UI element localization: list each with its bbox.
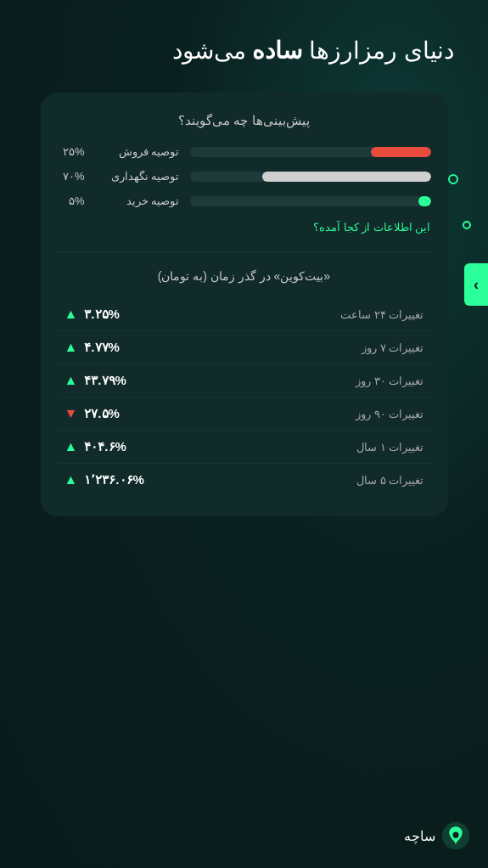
stats-value-container-7d: ۴.۷۷% ▲ xyxy=(65,340,120,355)
arrow-up-icon-7d: ▲ xyxy=(65,340,78,355)
hero-title: دنیای رمزارزها ساده می‌شود xyxy=(17,34,471,67)
stats-label-5y: تغییرات ۵ سال xyxy=(356,474,423,487)
bar-sell-fill xyxy=(371,147,431,157)
bitcoin-section: «بیت‌کوین» در گذر زمان (به تومان) تغییرا… xyxy=(58,269,431,496)
stats-row-1y: تغییرات ۱ سال ۴۰۴.۶% ▲ xyxy=(58,431,431,464)
arrow-up-icon-24h: ▲ xyxy=(65,307,78,322)
prediction-row-buy: توصیه خرید ۵% xyxy=(58,194,431,207)
stats-value-24h: ۳.۲۵% xyxy=(84,307,120,322)
stats-value-7d: ۴.۷۷% xyxy=(84,340,120,355)
arrow-up-icon-30d: ▲ xyxy=(65,373,78,388)
arrow-up-icon-5y: ▲ xyxy=(65,472,78,488)
bar-buy-fill xyxy=(418,196,430,206)
prediction-section: پیش‌بینی‌ها چه می‌گویند؟ توصیه فروش ۲۵% … xyxy=(58,113,431,234)
main-content: دنیای رمزارزها ساده می‌شود پیش‌بینی‌ها چ… xyxy=(0,0,488,868)
bar-sell-container xyxy=(190,147,431,157)
logo-text: ساچه xyxy=(404,828,435,844)
info-source-link[interactable]: این اطلاعات از کجا آمده؟ xyxy=(313,221,430,234)
logo-icon-svg xyxy=(440,820,471,851)
bar-hold-fill xyxy=(262,172,431,182)
stats-label-30d: تغییرات ۳۰ روز xyxy=(356,375,423,387)
hero-title-bold: ساده xyxy=(252,37,302,64)
stats-row-90d: تغییرات ۹۰ روز ۲۷.۵% ▼ xyxy=(58,397,431,431)
pred-label-sell: توصیه فروش xyxy=(95,145,180,158)
pred-label-buy: توصیه خرید xyxy=(95,194,180,207)
side-arrow-decoration: › xyxy=(464,263,488,306)
hero-title-suffix: می‌شود xyxy=(172,37,253,64)
stats-value-90d: ۲۷.۵% xyxy=(84,406,120,421)
stats-value-container-1y: ۴۰۴.۶% ▲ xyxy=(65,439,126,454)
bar-hold-container xyxy=(190,172,431,182)
stats-value-container-5y: ۱٬۲۳۶.۰۶% ▲ xyxy=(65,472,144,488)
hero-title-normal: دنیای رمزارزها xyxy=(302,37,454,64)
stats-value-container-90d: ۲۷.۵% ▼ xyxy=(65,406,120,421)
prediction-row-hold: توصیه نگهداری ۷۰% xyxy=(58,170,431,183)
prediction-row-sell: توصیه فروش ۲۵% xyxy=(58,145,431,158)
main-card: پیش‌بینی‌ها چه می‌گویند؟ توصیه فروش ۲۵% … xyxy=(41,93,448,516)
pred-percent-hold: ۷۰% xyxy=(58,170,85,183)
stats-label-24h: تغییرات ۲۴ ساعت xyxy=(340,308,423,321)
section-divider xyxy=(58,251,431,252)
stats-value-30d: ۴۳.۷۹% xyxy=(84,373,126,388)
svg-point-1 xyxy=(452,832,458,838)
stats-row-7d: تغییرات ۷ روز ۴.۷۷% ▲ xyxy=(58,331,431,364)
stats-row-5y: تغییرات ۵ سال ۱٬۲۳۶.۰۶% ▲ xyxy=(58,464,431,496)
side-arrow-icon: › xyxy=(464,263,488,306)
arrow-up-icon-1y: ▲ xyxy=(65,439,78,454)
pred-percent-sell: ۲۵% xyxy=(58,145,85,158)
pred-percent-buy: ۵% xyxy=(58,194,85,207)
pred-label-hold: توصیه نگهداری xyxy=(95,170,180,183)
bitcoin-section-title: «بیت‌کوین» در گذر زمان (به تومان) xyxy=(58,269,431,283)
stats-row-30d: تغییرات ۳۰ روز ۴۳.۷۹% ▲ xyxy=(58,364,431,397)
arrow-down-icon-90d: ▼ xyxy=(65,406,78,421)
stats-value-container-30d: ۴۳.۷۹% ▲ xyxy=(65,373,126,388)
stats-value-5y: ۱٬۲۳۶.۰۶% xyxy=(84,472,144,488)
stats-value-1y: ۴۰۴.۶% xyxy=(84,439,126,454)
stats-label-90d: تغییرات ۹۰ روز xyxy=(356,408,423,420)
stats-value-container-24h: ۳.۲۵% ▲ xyxy=(65,307,120,322)
stats-label-7d: تغییرات ۷ روز xyxy=(362,341,423,354)
stats-row-24h: تغییرات ۲۴ ساعت ۳.۲۵% ▲ xyxy=(58,298,431,331)
stats-label-1y: تغییرات ۱ سال xyxy=(356,441,423,454)
bar-buy-container xyxy=(190,196,431,206)
prediction-title: پیش‌بینی‌ها چه می‌گویند؟ xyxy=(58,113,431,128)
bottom-logo: ساچه xyxy=(404,820,471,851)
